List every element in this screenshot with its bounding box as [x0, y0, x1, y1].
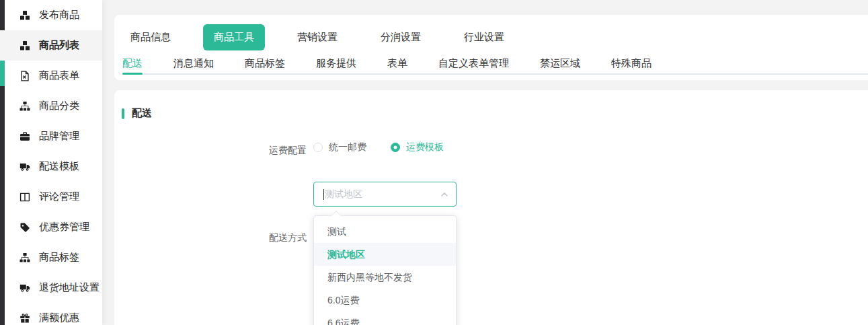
secondary-tab[interactable]: 禁运区域	[540, 53, 580, 73]
sidebar-item[interactable]: 品牌管理	[5, 121, 102, 151]
sidebar-item[interactable]: 退货地址设置	[5, 273, 102, 303]
sidebar-item[interactable]: 商品表单	[5, 61, 102, 91]
collapsed-menu-rail	[0, 0, 5, 325]
sidebar-item[interactable]: 优惠券管理	[5, 212, 102, 242]
section-header: 配送	[122, 107, 152, 120]
section-title: 配送	[132, 107, 152, 120]
tabs-card: 商品信息 商品工具 营销设置 分润设置 行业设置 配送 消息通知 商品标签 服务…	[114, 15, 868, 80]
primary-tab[interactable]: 行业设置	[464, 31, 504, 44]
chevron-up-icon[interactable]	[440, 190, 448, 198]
radio-icon[interactable]	[313, 143, 323, 152]
sidebar-item[interactable]: 评论管理	[5, 182, 102, 212]
rail-active-notch	[0, 30, 5, 61]
sidebar-item-label: 商品表单	[39, 69, 79, 82]
sidebar-item-label: 发布商品	[39, 9, 79, 22]
content-card: 配送 运费配置 统一邮费 运费模板 测试地区 配送方式	[114, 90, 868, 325]
primary-tab[interactable]: 分润设置	[381, 31, 421, 44]
text-cursor	[323, 189, 324, 200]
truck-icon	[19, 161, 30, 172]
gift-icon	[19, 312, 30, 324]
freight-radio-group: 统一邮费 运费模板	[313, 141, 444, 153]
secondary-tab[interactable]: 特殊商品	[611, 53, 652, 73]
select-value: 测试地区	[325, 188, 362, 201]
sidebar-item-label: 配送模板	[39, 160, 79, 173]
freight-template-select[interactable]: 测试地区	[313, 182, 457, 207]
select-option[interactable]: 测试	[314, 220, 456, 243]
sidebar-item[interactable]: 发布商品	[5, 0, 102, 30]
sitemap-icon	[19, 252, 30, 263]
radio-icon[interactable]	[391, 143, 400, 152]
columns-icon	[19, 191, 30, 203]
select-option[interactable]: 6.6运费	[314, 312, 456, 325]
section-accent-bar	[122, 108, 124, 119]
sidebar-item-label: 优惠券管理	[39, 221, 89, 233]
primary-tab[interactable]: 营销设置	[297, 31, 338, 44]
secondary-tab[interactable]: 自定义表单管理	[438, 53, 509, 73]
sidebar-item[interactable]: 商品列表	[5, 30, 102, 61]
primary-tab[interactable]: 商品信息	[130, 31, 171, 44]
secondary-tabs: 配送 消息通知 商品标签 服务提供 表单 自定义表单管理 禁运区域 特殊商品	[122, 53, 868, 75]
radio-label: 统一邮费	[329, 141, 366, 153]
radio-label: 运费模板	[406, 141, 444, 153]
cubes-icon	[19, 40, 30, 51]
secondary-tab[interactable]: 消息通知	[173, 53, 214, 73]
secondary-tab[interactable]: 服务提供	[316, 53, 356, 73]
sidebar-item-label: 商品分类	[39, 100, 79, 112]
sidebar-item-label: 满额优惠	[39, 312, 79, 324]
secondary-tab[interactable]: 表单	[387, 53, 407, 73]
sidebar-item[interactable]: 商品分类	[5, 91, 102, 121]
select-option-list: 测试 测试地区 新西内黑等地不发货 6.0运费 6.6运费	[314, 220, 456, 325]
sidebar-item[interactable]: 满额优惠	[5, 303, 102, 325]
sidebar-item-label: 商品标签	[39, 251, 79, 264]
primary-tabs: 商品信息 商品工具 营销设置 分润设置 行业设置	[130, 22, 861, 52]
freight-config-label: 运费配置	[266, 145, 307, 157]
primary-tab[interactable]: 商品工具	[203, 24, 265, 50]
tag-icon	[19, 221, 30, 233]
sidebar-item[interactable]: 商品标签	[5, 242, 102, 273]
dropdown-arrow	[331, 211, 341, 220]
briefcase-icon	[19, 131, 30, 142]
select-option[interactable]: 新西内黑等地不发货	[314, 266, 456, 289]
freight-radio-option[interactable]: 运费模板	[391, 141, 444, 153]
sidebar-item-label: 退货地址设置	[39, 281, 100, 294]
secondary-tab[interactable]: 商品标签	[245, 53, 285, 73]
sitemap-icon	[19, 100, 30, 112]
rail-scroll-thumb[interactable]	[0, 61, 5, 86]
sidebar-item-label: 商品列表	[39, 39, 79, 52]
cubes-icon	[19, 9, 30, 21]
sidebar-item[interactable]: 配送模板	[5, 151, 102, 182]
sidebar-item-label: 品牌管理	[39, 130, 79, 143]
select-option[interactable]: 测试地区	[314, 243, 456, 266]
select-dropdown-panel: 测试 测试地区 新西内黑等地不发货 6.0运费 6.6运费	[313, 215, 457, 325]
truck-icon	[19, 282, 30, 293]
sidebar: 发布商品 商品列表 商品表单 商品分类 品牌管理 配送模板 评论管理	[5, 0, 102, 325]
file-form-icon	[19, 70, 30, 81]
secondary-tab[interactable]: 配送	[122, 53, 143, 73]
freight-radio-option[interactable]: 统一邮费	[313, 141, 366, 153]
delivery-method-label: 配送方式	[266, 232, 307, 244]
select-option[interactable]: 6.0运费	[314, 289, 456, 312]
sidebar-item-label: 评论管理	[39, 190, 79, 203]
